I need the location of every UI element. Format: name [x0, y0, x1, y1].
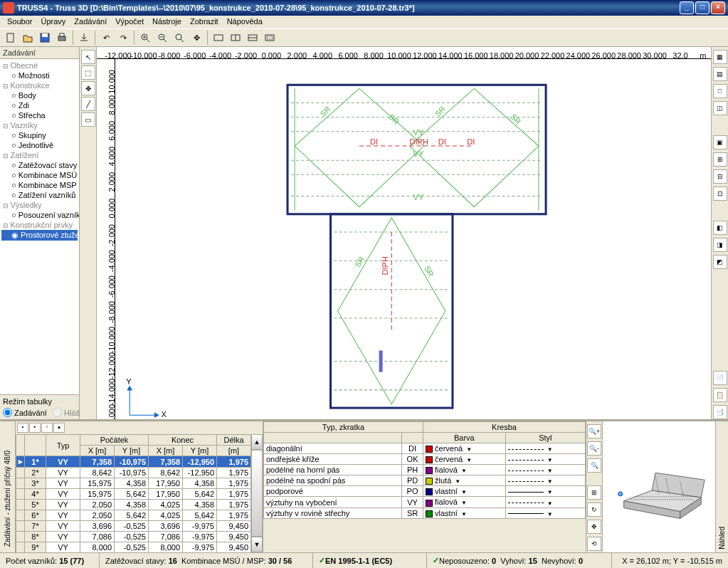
preview-reset[interactable]: ⟲	[587, 537, 601, 551]
print-button[interactable]	[54, 30, 70, 46]
preview-grid[interactable]: ⊞	[587, 485, 601, 500]
table-row[interactable]: 6*VY2,0505,6424,0255,6421,975	[16, 510, 251, 521]
preview-tab-label[interactable]: Náhled	[717, 524, 727, 552]
table-scroll-down[interactable]: ▼	[251, 537, 263, 552]
rtool-1[interactable]: ▦	[713, 50, 727, 64]
view2-button[interactable]	[228, 30, 243, 46]
rtool-6[interactable]: ⊞	[713, 152, 727, 167]
chevron-down-icon[interactable]: ▼	[546, 478, 554, 485]
table-row[interactable]: 2*VY8,642-10,9758,642-12,9501,975	[16, 468, 251, 478]
zoom-window-button[interactable]	[172, 30, 187, 46]
rtool-doc3[interactable]: 📑	[713, 405, 727, 419]
rtool-8[interactable]: ⊡	[713, 186, 727, 201]
tab-icon-1[interactable]: •	[17, 423, 28, 433]
tree-item[interactable]: Kombinace MSP	[1, 180, 78, 190]
menu-nastroje[interactable]: Nástroje	[148, 16, 186, 28]
move-tool[interactable]: ✥	[81, 81, 95, 95]
chevron-down-icon[interactable]: ▼	[546, 446, 554, 453]
drawing-canvas[interactable]: X Y	[115, 59, 711, 419]
legend-row[interactable]: výztuhy na vybočeníVYfialová ▼ ▼	[264, 497, 586, 507]
menu-napoveda[interactable]: Nápověda	[223, 16, 267, 28]
pan-button[interactable]: ✥	[189, 30, 204, 46]
chevron-down-icon[interactable]: ▼	[546, 511, 554, 517]
view1-button[interactable]	[211, 30, 226, 46]
undo-button[interactable]: ↶	[98, 30, 114, 46]
preview-zoom-out[interactable]: 🔍-	[587, 441, 601, 456]
menu-upravy[interactable]: Úpravy	[36, 16, 70, 28]
rtool-doc2[interactable]: 📋	[713, 388, 727, 402]
table-row[interactable]: 9*VY8,000-0,5258,000-9,9759,450	[16, 542, 251, 553]
maximize-button[interactable]: □	[695, 1, 709, 14]
table-row[interactable]: 8*VY7,086-0,5257,086-9,9759,450	[16, 532, 251, 542]
minimize-button[interactable]: _	[680, 1, 694, 14]
tree-item[interactable]: Zatěžovací stavy	[1, 160, 78, 170]
tree-item[interactable]: Možnosti	[1, 70, 78, 80]
tree-group[interactable]: Vazníky	[1, 120, 78, 130]
tree-item[interactable]: Jednotlivě	[1, 140, 78, 150]
chevron-down-icon[interactable]: ▼	[460, 468, 468, 474]
table-row[interactable]: 3*VY15,9754,35817,9504,3581,975	[16, 478, 251, 489]
chevron-down-icon[interactable]: ▼	[465, 457, 473, 463]
zoom-in-button[interactable]	[137, 30, 153, 46]
tree-item[interactable]: Skupiny	[1, 130, 78, 140]
chevron-down-icon[interactable]: ▼	[546, 489, 554, 495]
preview-zoom-in[interactable]: 🔍+	[587, 424, 601, 438]
rtool-9[interactable]: ◧	[713, 221, 727, 235]
rtool-doc1[interactable]: 📄	[713, 371, 727, 385]
tab-icon-2[interactable]: ▪	[29, 423, 41, 433]
arrow-tool[interactable]: ↖	[81, 50, 95, 64]
tree-group[interactable]: Konstrukční prvky	[1, 220, 78, 230]
legend-row[interactable]: podporovéPOvlastní ▼ ▼	[264, 486, 586, 497]
menu-soubor[interactable]: Soubor	[3, 16, 36, 28]
view3-button[interactable]	[245, 30, 260, 46]
chevron-down-icon[interactable]: ▼	[546, 468, 554, 474]
legend-row[interactable]: podélné na horní pásPHfialová ▼ ▼	[264, 465, 586, 475]
table-scrollbar[interactable]	[251, 450, 263, 537]
new-button[interactable]	[3, 30, 19, 46]
menu-zobrazit[interactable]: Zobrazit	[186, 16, 223, 28]
preview-zoom-fit[interactable]: 🔍	[587, 458, 601, 473]
preview-rotate[interactable]: ↻	[587, 503, 601, 517]
rtool-5[interactable]: ▣	[713, 135, 727, 149]
coords-table[interactable]: TypPočátekKonecDélkaX [m]Y [m]X [m]Y [m]…	[16, 434, 251, 552]
rtool-2[interactable]: ▤	[713, 67, 727, 81]
legend-row[interactable]: ondřejské křížeOKčervená ▼ ▼	[264, 454, 586, 465]
view4-button[interactable]	[262, 30, 278, 46]
redo-button[interactable]: ↷	[115, 30, 131, 46]
rtool-4[interactable]: ◫	[713, 101, 727, 115]
legend-row[interactable]: diagonálníDIčervená ▼ ▼	[264, 443, 586, 454]
menu-vypocet[interactable]: Výpočet	[111, 16, 148, 28]
tree-item[interactable]: Body	[1, 90, 78, 100]
tree-item[interactable]: Zdi	[1, 100, 78, 110]
tree-item[interactable]: Kombinace MSÚ	[1, 170, 78, 180]
tree-item[interactable]: Posouzení vazníků	[1, 210, 78, 220]
legend-row[interactable]: výztuhy v rovině střechySRvlastní ▼ ▼	[264, 507, 586, 518]
chevron-down-icon[interactable]: ▼	[465, 446, 473, 453]
table-row[interactable]: 5*VY2,0504,3584,0254,3581,975	[16, 500, 251, 510]
open-button[interactable]	[20, 30, 36, 46]
chevron-down-icon[interactable]: ▼	[546, 500, 554, 507]
tree-item[interactable]: Zatížení vazníků	[1, 190, 78, 200]
tab-icon-4[interactable]: ▴	[53, 423, 65, 433]
rtool-11[interactable]: ◩	[713, 255, 727, 269]
rtool-10[interactable]: ◨	[713, 238, 727, 252]
tree-item[interactable]: Střecha	[1, 110, 78, 120]
chevron-down-icon[interactable]: ▼	[546, 457, 554, 463]
left-tab-label[interactable]: Zadávání - ztužení příčný 48/0	[2, 448, 13, 549]
table-row[interactable]: 4*VY15,9755,64217,9505,6421,975	[16, 489, 251, 500]
legend-table[interactable]: Typ, zkratkaKresbaBarvaStyldiagonálníDIč…	[263, 421, 586, 519]
preview-3d[interactable]	[603, 421, 715, 552]
chevron-down-icon[interactable]: ▼	[460, 500, 468, 506]
line-tool[interactable]: ╱	[81, 97, 95, 111]
chevron-down-icon[interactable]: ▼	[460, 511, 468, 517]
rtool-3[interactable]: □	[713, 84, 727, 98]
export-button[interactable]	[76, 30, 92, 46]
save-button[interactable]	[37, 30, 53, 46]
table-row[interactable]: ▸1*VY7,358-10,9757,358-12,9501,975	[16, 456, 251, 468]
tab-icon-3[interactable]: ▫	[41, 423, 53, 433]
tree-group[interactable]: Obecné	[1, 61, 78, 70]
mode-zadavani-radio[interactable]: Zadávání	[3, 408, 47, 417]
tree-group[interactable]: Zatížení	[1, 150, 78, 160]
tree-item[interactable]: Prostorové ztužení	[1, 230, 78, 241]
rect-tool[interactable]: ▭	[81, 112, 95, 127]
